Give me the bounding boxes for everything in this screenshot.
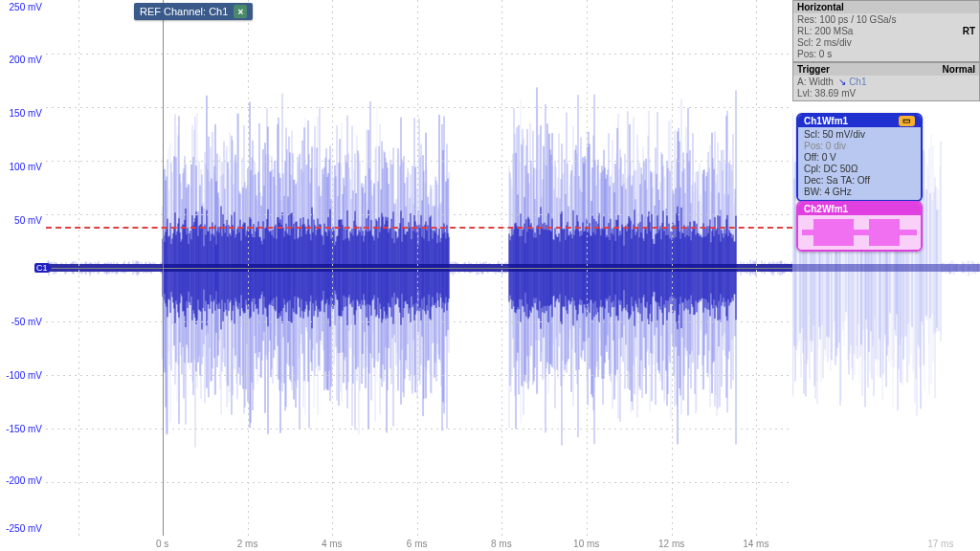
x-tick: 10 ms (573, 539, 599, 549)
horiz-res: Res: 100 ps / 10 GSa/s (797, 14, 896, 25)
side-panels: Horizontal Res: 100 ps / 10 GSa/s RL: 20… (792, 0, 980, 551)
ch2-waveform-panel[interactable]: Ch2Wfm1 (796, 201, 923, 252)
x-tick: 12 ms (658, 539, 684, 549)
ch1-bw: BW: 4 GHz (804, 187, 915, 198)
close-icon[interactable]: × (234, 5, 247, 18)
horizontal-title: Horizontal (797, 2, 844, 12)
trigger-type: A: Width (797, 77, 834, 87)
y-tick: 250 mV (10, 1, 42, 11)
trigger-level-line[interactable] (46, 227, 792, 229)
horiz-rl: RL: 200 MSa (797, 26, 853, 36)
ch1-cpl: Cpl: DC 50Ω (804, 164, 915, 175)
ch2-panel-title: Ch2Wfm1 (798, 203, 921, 215)
trigger-mode: Normal (943, 64, 975, 75)
y-tick: -50 mV (11, 317, 42, 327)
x-tick: 4 ms (322, 539, 343, 549)
ch1-dec: Dec: Sa TA: Off (804, 175, 915, 187)
x-tick: 0 s (156, 539, 168, 549)
ch2-mini-waveform (798, 215, 921, 250)
channel-1-marker[interactable]: C1 (34, 263, 50, 273)
y-tick: 50 mV (14, 214, 42, 225)
y-tick: -200 mV (6, 475, 42, 486)
trigger-title: Trigger (797, 64, 830, 75)
oscilloscope-plot[interactable]: C1 (46, 0, 792, 536)
ch1-panel-title: Ch1Wfm1 (804, 116, 848, 126)
horizontal-panel[interactable]: Horizontal Res: 100 ps / 10 GSa/s RL: 20… (792, 0, 980, 62)
trigger-panel[interactable]: Trigger Normal A: Width ↘ Ch1 Lvl: 38.69… (792, 62, 980, 101)
ref-channel-label: REF Channel: Ch1 (140, 6, 228, 17)
ch1-waveform-panel[interactable]: Ch1Wfm1 ▭ Scl: 50 mV/div Pos: 0 div Off:… (796, 113, 923, 202)
x-tick: 14 ms (743, 539, 768, 549)
trigger-source: Ch1 (849, 77, 866, 87)
trigger-level: Lvl: 38.69 mV (797, 88, 975, 99)
ch1-pos: Pos: 0 div (804, 141, 915, 152)
y-tick: 200 mV (10, 54, 42, 64)
y-tick: -250 mV (6, 522, 42, 533)
horiz-rt: RT (963, 26, 975, 37)
y-tick: -150 mV (6, 424, 42, 434)
ch1-scl: Scl: 50 mV/div (804, 129, 915, 141)
y-tick: 150 mV (10, 107, 42, 118)
horiz-pos: Pos: 0 s (797, 49, 975, 60)
x-axis-labels: 0 s 2 ms 4 ms 6 ms 8 ms 10 ms 12 ms 14 m… (46, 534, 792, 549)
x-tick: 6 ms (407, 539, 428, 549)
ref-channel-tab[interactable]: REF Channel: Ch1 × (134, 3, 253, 20)
ch1-off: Off: 0 V (804, 152, 915, 164)
x-tick: 8 ms (491, 539, 512, 549)
y-tick: -100 mV (6, 370, 42, 381)
panel-badge-icon: ▭ (899, 116, 915, 126)
y-tick: 100 mV (10, 161, 42, 171)
horiz-scl: Scl: 2 ms/div (797, 37, 975, 49)
x-tick: 2 ms (237, 539, 258, 549)
